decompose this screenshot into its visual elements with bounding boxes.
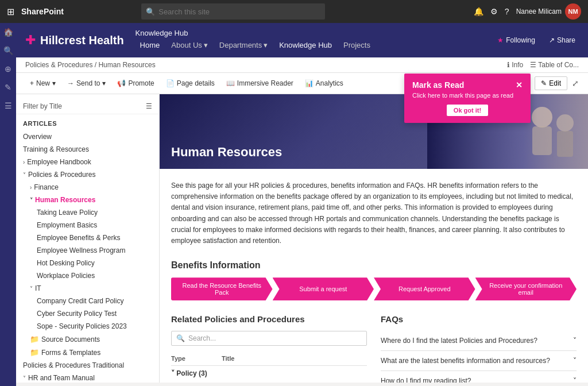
sidebar-item-hotdesking[interactable]: Hot Desking Policy bbox=[16, 257, 159, 269]
follow-label: Following bbox=[506, 36, 535, 44]
main-layout: Filter by Title ☰ Articles Overview Trai… bbox=[16, 94, 588, 383]
sidebar-item-employment[interactable]: Employment Basics bbox=[16, 219, 159, 231]
popup-ok-button[interactable]: Ok got it! bbox=[447, 105, 488, 116]
sidebar-item-security[interactable]: Sope - Security Policies 2023 bbox=[16, 320, 159, 333]
svg-point-1 bbox=[532, 107, 552, 128]
new-chevron: ▾ bbox=[52, 79, 56, 87]
nav-projects[interactable]: Projects bbox=[339, 38, 375, 52]
rail-search-icon[interactable]: 🔍 bbox=[3, 46, 13, 55]
page-details-label: Page details bbox=[177, 79, 215, 87]
svg-rect-2 bbox=[532, 126, 552, 155]
sidebar-item-it[interactable]: ˅ IT bbox=[16, 282, 159, 295]
analytics-icon: 📊 bbox=[305, 79, 314, 87]
faq-text-1: Where do I find the latest Policies and … bbox=[381, 337, 537, 345]
sidebar-item-policies[interactable]: ˅ Policies & Procedures bbox=[16, 168, 159, 181]
sidebar-item-overview[interactable]: Overview bbox=[16, 130, 159, 143]
promote-label: Promote bbox=[128, 79, 154, 87]
content-body: See this page for all your HR policies &… bbox=[160, 169, 588, 383]
rail-home-icon[interactable]: 🏠 bbox=[3, 28, 13, 37]
sidebar-item-hr[interactable]: ˅ Human Resources bbox=[16, 194, 159, 206]
related-search[interactable]: 🔍 Search... bbox=[171, 331, 367, 346]
site-actions: ★ Following ↗ Share bbox=[494, 34, 579, 47]
edit-icon: ✎ bbox=[541, 79, 547, 87]
breadcrumb-path: Policies & Procedures / Human Resources bbox=[25, 61, 156, 69]
page-details-button[interactable]: 📄 Page details bbox=[161, 77, 219, 90]
faq-text-3: How do I find my reading list? bbox=[381, 377, 471, 383]
popup-close-icon[interactable]: ✕ bbox=[516, 80, 523, 90]
related-title: Related Policies and Procedures bbox=[171, 314, 367, 324]
follow-button[interactable]: ★ Following bbox=[494, 34, 539, 47]
help-icon[interactable]: ? bbox=[505, 7, 509, 16]
expand-icon[interactable]: ⤢ bbox=[572, 79, 579, 88]
share-icon: ↗ bbox=[549, 36, 555, 44]
info-label[interactable]: ℹ Info bbox=[507, 61, 523, 69]
faqs-title: FAQs bbox=[381, 314, 577, 324]
send-label: Send to bbox=[76, 79, 100, 87]
faq-item-3[interactable]: How do I find my reading list? ˅ bbox=[381, 371, 577, 383]
table-label[interactable]: ☰ Table of Co... bbox=[530, 61, 579, 69]
flow-step-2[interactable]: Submit a request bbox=[273, 277, 374, 300]
send-to-button[interactable]: → Send to ▾ bbox=[63, 77, 110, 90]
rail-menu-icon[interactable]: ☰ bbox=[5, 101, 12, 110]
new-label: New bbox=[36, 79, 50, 87]
notification-icon[interactable]: 🔔 bbox=[474, 7, 483, 16]
sidebar-filter-icon[interactable]: ☰ bbox=[146, 102, 152, 110]
sidebar-item-finance[interactable]: › Finance bbox=[16, 181, 159, 194]
edit-button[interactable]: ✎ Edit bbox=[535, 76, 567, 90]
col-type: Type bbox=[171, 355, 217, 362]
faq-item-2[interactable]: What are the latest benefits information… bbox=[381, 351, 577, 371]
sidebar-item-cyber[interactable]: Cyber Security Policy Test bbox=[16, 307, 159, 320]
search-input[interactable] bbox=[158, 7, 320, 16]
policies-chevron: ˅ bbox=[23, 172, 26, 178]
sidebar-item-pp-traditional[interactable]: Policies & Procedures Traditional bbox=[16, 359, 159, 372]
nav-about[interactable]: About Us ▾ bbox=[167, 38, 212, 52]
breadcrumb-right: ℹ Info ☰ Table of Co... bbox=[507, 61, 579, 69]
content-area: Human Resources See this page for all yo… bbox=[160, 94, 588, 383]
sidebar-item-credit-card[interactable]: Company Credit Card Policy bbox=[16, 295, 159, 307]
rail-edit-icon[interactable]: ✎ bbox=[5, 83, 11, 92]
folder-icon: 📁 bbox=[30, 335, 39, 343]
sidebar-item-taking-leave[interactable]: Taking Leave Policy bbox=[16, 206, 159, 219]
nav-knowledge[interactable]: Knowledge Hub bbox=[274, 38, 336, 52]
site-logo: ✚ Hillcrest Health bbox=[25, 33, 124, 48]
hr-manual-chevron: ˅ bbox=[23, 375, 26, 381]
flow-step-4[interactable]: Receive your confirmation email bbox=[475, 277, 577, 300]
faq-chevron-1: ˅ bbox=[573, 337, 577, 345]
new-button[interactable]: + New ▾ bbox=[25, 77, 60, 90]
user-area[interactable]: Nanee Milicam NM bbox=[516, 3, 581, 20]
rail-add-icon[interactable]: ⊕ bbox=[5, 64, 11, 74]
immersive-reader-button[interactable]: 📖 Immersive Reader bbox=[222, 77, 298, 90]
site-title: Knowledge Hub bbox=[136, 29, 483, 37]
popup-description: Click here to mark this page as read bbox=[412, 92, 523, 99]
table-header: Type Title bbox=[171, 352, 367, 366]
sidebar-item-hr-manual[interactable]: ˅ HR and Team Manual bbox=[16, 372, 159, 383]
sidebar-item-wellness[interactable]: Employee Wellness Program bbox=[16, 244, 159, 257]
sidebar-filter: Filter by Title ☰ bbox=[16, 99, 159, 114]
nav-home[interactable]: Home bbox=[136, 38, 165, 52]
nav-departments[interactable]: Departments ▾ bbox=[215, 38, 272, 52]
sidebar-item-workplace[interactable]: Workplace Policies bbox=[16, 269, 159, 282]
sidebar-item-forms[interactable]: 📁 Forms & Templates bbox=[16, 346, 159, 359]
share-button[interactable]: ↗ Share bbox=[546, 34, 579, 47]
promote-button[interactable]: 📢 Promote bbox=[113, 77, 158, 90]
flow-step-3[interactable]: Request Approved bbox=[374, 277, 475, 300]
settings-icon[interactable]: ⚙ bbox=[490, 7, 498, 16]
analytics-button[interactable]: 📊 Analytics bbox=[300, 77, 348, 90]
sidebar-section: Articles bbox=[16, 117, 159, 130]
two-col-section: Related Policies and Procedures 🔍 Search… bbox=[171, 314, 577, 383]
popup-title-bar: Mark as Read ✕ bbox=[412, 80, 523, 90]
sidebar-item-handbook[interactable]: › Employee Handbook bbox=[16, 156, 159, 168]
user-avatar[interactable]: NM bbox=[565, 3, 581, 20]
logo-icon: ✚ bbox=[25, 33, 36, 48]
flow-step-1[interactable]: Read the Resource Benefits Pack bbox=[171, 277, 273, 300]
waffle-icon[interactable]: ⊞ bbox=[7, 6, 14, 17]
outer-layout: 🏠 🔍 ⊕ ✎ ☰ ✚ Hillcrest Health Knowledge H… bbox=[0, 23, 588, 386]
sidebar-item-training[interactable]: Training & Resources bbox=[16, 143, 159, 156]
sidebar-item-source-docs[interactable]: 📁 Source Documents bbox=[16, 333, 159, 346]
search-bar[interactable]: 🔍 bbox=[141, 3, 325, 20]
popup-title-text: Mark as Read bbox=[412, 80, 464, 90]
faq-chevron-3: ˅ bbox=[573, 377, 577, 383]
it-chevron: ˅ bbox=[30, 285, 33, 292]
faq-item-1[interactable]: Where do I find the latest Policies and … bbox=[381, 331, 577, 351]
sidebar-item-emp-benefits[interactable]: Employee Benefits & Perks bbox=[16, 231, 159, 244]
